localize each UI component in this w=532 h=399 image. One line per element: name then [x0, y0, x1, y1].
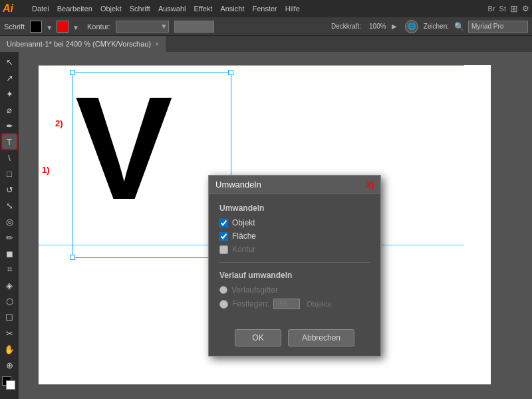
menu-ansicht[interactable]: Ansicht: [216, 3, 248, 14]
artboard-tool[interactable]: ☐: [2, 310, 17, 325]
dialog-title-bar: Umwandeln 3): [209, 176, 380, 194]
settings-icon: ⚙: [522, 4, 529, 13]
verlaufsgitter-radio: [219, 286, 227, 294]
menu-bar: Ai Datei Bearbeiten Objekt Schrift Auswa…: [0, 0, 532, 17]
bridge-icon: Br: [488, 5, 495, 13]
dialog: Umwandeln 3) Umwandeln Objekt Fläche Kon…: [208, 175, 381, 356]
kontur-label: Kontur:: [87, 23, 110, 31]
font-input[interactable]: [468, 21, 528, 33]
festlegen-input: [273, 299, 300, 309]
menu-bearbeiten[interactable]: Bearbeiten: [53, 3, 96, 14]
hand-tool[interactable]: ✋: [2, 342, 17, 356]
dialog-title: Umwandeln: [215, 180, 261, 190]
annotation-2: 2): [55, 118, 63, 128]
kontur-label: Kontur: [232, 245, 255, 254]
verlaufsgitter-label: Verlaufsgitter: [231, 285, 278, 295]
mesh-tool[interactable]: ⌗: [2, 262, 17, 277]
section1-label: Umwandeln: [219, 203, 370, 213]
canvas-area: V 1) 2) Umwandeln 3) Umwandeln Objekt Fl…: [19, 52, 532, 399]
shape-builder-tool[interactable]: ◈: [2, 278, 17, 293]
color-input[interactable]: [174, 21, 214, 33]
menu-objekt[interactable]: Objekt: [96, 3, 126, 14]
stroke-box: [6, 380, 15, 390]
globe-icon[interactable]: 🌐: [405, 20, 418, 33]
blend-tool[interactable]: ◎: [2, 214, 17, 229]
festlegen-label: Festlegen:: [232, 299, 269, 309]
kontur-checkbox: [219, 245, 228, 254]
left-toolbar: ↖ ↗ ✦ ⌀ ✒ T \ □ ↺ ⤡ ◎ ✏ ◼ ⌗ ◈ ⬡ ☐ ✂ ✋ ⊕: [0, 52, 19, 399]
stock-icon: St: [499, 5, 506, 13]
workspace-icon: ⊞: [510, 3, 518, 14]
ok-button[interactable]: OK: [235, 329, 281, 346]
line-tool[interactable]: \: [2, 150, 17, 165]
deckkraft-label: Deckkraft:: [331, 23, 361, 30]
rotate-tool[interactable]: ↺: [2, 182, 17, 197]
fill-stroke-indicator: [2, 376, 17, 391]
tab-close-button[interactable]: ×: [155, 41, 159, 48]
app-logo: Ai: [3, 3, 23, 15]
menu-effekt[interactable]: Effekt: [190, 3, 216, 14]
scissors-tool[interactable]: ✂: [2, 326, 17, 340]
verlaufsgitter-row: Verlaufsgitter: [219, 285, 370, 295]
deckkraft-value: 100%: [369, 23, 386, 30]
annotation-1: 1): [42, 165, 50, 175]
divider: [219, 262, 370, 263]
objekt-checkbox[interactable]: [219, 219, 228, 227]
section2-label: Verlauf umwandeln: [219, 271, 370, 280]
kontur-row: Kontur: [219, 245, 370, 254]
zeichen-label: Zeichen:: [424, 23, 449, 30]
gradient-tool[interactable]: ◼: [2, 246, 17, 261]
festlegen-radio: [219, 300, 228, 309]
stroke-indicator: [57, 21, 68, 33]
type-tool[interactable]: T: [2, 134, 17, 149]
tab-bar: Unbenannt-1* bei 2400 % (CMYK/Vorschau) …: [0, 36, 532, 52]
dialog-body: Umwandeln Objekt Fläche Kontur Verlauf u…: [209, 194, 380, 323]
stroke-dropdown[interactable]: ▼: [72, 21, 79, 33]
festlegen-row: Festlegen: Objekte: [219, 299, 370, 309]
pen-tool[interactable]: ✒: [2, 118, 17, 133]
direct-selection-tool[interactable]: ↗: [2, 70, 17, 85]
fill-dropdown[interactable]: ▼: [46, 21, 53, 33]
letter-v: V: [75, 75, 173, 221]
menu-auswahl[interactable]: Auswahl: [154, 3, 190, 14]
search-icon: 🔍: [454, 22, 464, 31]
deckkraft-arrow[interactable]: ▶: [392, 23, 397, 30]
main-area: ↖ ↗ ✦ ⌀ ✒ T \ □ ↺ ⤡ ◎ ✏ ◼ ⌗ ◈ ⬡ ☐ ✂ ✋ ⊕: [0, 52, 532, 399]
menu-fenster[interactable]: Fenster: [248, 3, 281, 14]
anchor-tr: [228, 70, 233, 75]
anchor-bl: [70, 255, 75, 260]
selection-tool[interactable]: ↖: [2, 55, 17, 69]
annotation-3: 3): [366, 180, 374, 190]
flaeche-row: Fläche: [219, 231, 370, 241]
rectangle-tool[interactable]: □: [2, 166, 17, 181]
kontur-dropdown[interactable]: ▼: [116, 21, 169, 33]
flaeche-label: Fläche: [232, 231, 256, 241]
flaeche-checkbox[interactable]: [219, 232, 228, 241]
guide-top: [39, 65, 464, 66]
cancel-button[interactable]: Abbrechen: [288, 329, 354, 346]
menu-datei[interactable]: Datei: [28, 3, 53, 14]
document-tab[interactable]: Unbenannt-1* bei 2400 % (CMYK/Vorschau) …: [0, 36, 166, 52]
menu-hilfe[interactable]: Hilfe: [281, 3, 304, 14]
schrift-label: Schrift: [4, 23, 25, 31]
anchor-tl: [70, 70, 75, 75]
eyedropper-tool[interactable]: ✏: [2, 230, 17, 245]
magic-wand-tool[interactable]: ✦: [2, 86, 17, 101]
zoom-tool[interactable]: ⊕: [2, 358, 17, 372]
live-paint-tool[interactable]: ⬡: [2, 294, 17, 309]
menu-schrift[interactable]: Schrift: [126, 3, 154, 14]
lasso-tool[interactable]: ⌀: [2, 102, 17, 117]
fill-swatch[interactable]: [30, 21, 42, 33]
tab-title: Unbenannt-1* bei 2400 % (CMYK/Vorschau): [7, 40, 151, 48]
dialog-buttons: OK Abbrechen: [209, 323, 380, 356]
objekt-label: Objekt: [232, 218, 255, 227]
objekte-label: Objekte: [307, 300, 332, 308]
scale-tool[interactable]: ⤡: [2, 198, 17, 213]
toolbar: Schrift ▼ ▼ Kontur: ▼ Deckkraft: 100% ▶ …: [0, 17, 532, 36]
objekt-row: Objekt: [219, 218, 370, 227]
